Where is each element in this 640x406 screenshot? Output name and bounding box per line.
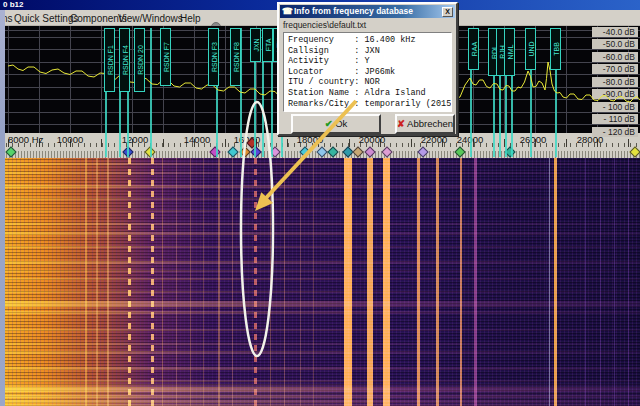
waterfall-noise-band — [0, 261, 640, 264]
station-label-jxn[interactable]: JXN — [250, 28, 261, 62]
waterfall-noise-band — [0, 163, 640, 165]
station-label-text: RSDN 20 — [136, 45, 143, 75]
phone-icon: ☎ — [282, 5, 293, 18]
db-label: - 120 dB — [592, 127, 638, 137]
frequency-info-dialog: ☎ Info from frequency database X frequen… — [277, 2, 458, 136]
window-title: 0 b12 — [3, 0, 23, 9]
menu-item-help[interactable]: Help — [178, 12, 203, 25]
waterfall-noise-band — [0, 210, 640, 212]
waterfall-noise-band — [0, 387, 640, 392]
x-icon: ✘ — [397, 118, 405, 129]
waterfall-noise-band — [0, 380, 640, 382]
waterfall-noise-band — [0, 278, 640, 280]
station-label-text: RSDN F4 — [121, 45, 128, 75]
db-label: -80.0 dB — [592, 77, 638, 87]
station-label-text: RSDN F8 — [232, 42, 239, 72]
station-marker-line[interactable] — [150, 28, 152, 157]
station-label-fta[interactable]: FTA — [262, 28, 273, 62]
waterfall-noise-band — [0, 395, 640, 398]
db-label: - 100 dB — [592, 102, 638, 112]
freq-tick-label: 14000 — [184, 134, 210, 145]
station-label-rsdn-f8[interactable]: RSDN F8 — [230, 28, 241, 86]
close-icon[interactable]: X — [442, 7, 453, 17]
cancel-button[interactable]: ✘ Abbrechen — [395, 114, 455, 134]
station-label-rsdn-f7[interactable]: RSDN F7 — [160, 28, 171, 86]
window-left-border — [0, 10, 5, 406]
waterfall-noise-band — [0, 400, 640, 403]
db-label: -40.0 dB — [592, 27, 638, 37]
waterfall-noise-band — [0, 343, 640, 345]
station-label-text: RAA — [470, 42, 477, 56]
waterfall-noise-band — [0, 232, 640, 235]
menu-item-view-windows[interactable]: View/Windows — [116, 12, 185, 25]
db-label: - 110 dB — [592, 114, 638, 124]
waterfall-noise-band — [0, 301, 640, 307]
frequency-marker-strip[interactable] — [0, 147, 640, 158]
station-label-text: TBB — [552, 42, 559, 56]
station-label-text: JXN — [252, 38, 259, 51]
station-label-rsdn-f1[interactable]: RSDN F1 — [104, 28, 115, 92]
waterfall-noise-band — [0, 172, 640, 174]
station-label-text: NML — [506, 45, 513, 60]
station-label-text: RSDN F3 — [210, 42, 217, 72]
waterfall-noise-band — [0, 185, 640, 188]
waterfall-noise-band — [0, 198, 640, 200]
waterfall-noise-band — [0, 223, 640, 225]
ok-button-label: Ok — [335, 118, 347, 129]
waterfall-noise-band — [0, 311, 640, 314]
station-label-tbb[interactable]: TBB — [550, 28, 561, 70]
ok-button[interactable]: ✔ Ok — [291, 114, 381, 134]
waterfall-noise-band — [0, 367, 640, 370]
dialog-titlebar[interactable]: ☎ Info from frequency database X — [280, 5, 455, 18]
db-label: -50.0 dB — [592, 39, 638, 49]
freq-tick-label: 8000 Hz — [8, 134, 43, 145]
station-label-rsdn-20[interactable]: RSDN 20 — [134, 28, 145, 92]
dialog-title-text: Info from frequency database — [294, 6, 413, 16]
station-label-und[interactable]: UND — [525, 28, 536, 70]
station-info-text: Frequency : 16.400 kHz Callsign : JXN Ac… — [283, 32, 452, 112]
station-label-text: FTA — [264, 39, 271, 52]
cancel-button-label: Abbrechen — [407, 118, 453, 129]
db-label: -90.0 dB — [592, 89, 638, 99]
check-icon: ✔ — [325, 118, 333, 129]
freq-tick-label: 12000 — [122, 134, 148, 145]
station-label-text: UND — [527, 41, 534, 56]
station-label-text: RSDN F7 — [162, 42, 169, 72]
station-label-nml[interactable]: NML — [504, 28, 515, 76]
freq-tick-label: 10000 — [57, 134, 83, 145]
db-label: -70.0 dB — [592, 64, 638, 74]
database-file-label: frequencies\default.txt — [283, 20, 366, 30]
freq-tick-label: 26000 — [520, 134, 546, 145]
waterfall-noise-band — [0, 246, 640, 248]
spectrum-lab-window: 0 b12 nsQuick SettingsComponentsView/Win… — [0, 0, 640, 406]
waterfall-display[interactable] — [0, 158, 640, 406]
db-label: -60.0 dB — [592, 52, 638, 62]
waterfall-noise-band — [0, 291, 640, 293]
station-label-rsdn-f3[interactable]: RSDN F3 — [208, 28, 219, 86]
station-label-raa[interactable]: RAA — [468, 28, 479, 70]
station-label-rsdn-f4[interactable]: RSDN F4 — [119, 28, 130, 92]
waterfall-noise-band — [0, 351, 640, 354]
waterfall-noise-band — [0, 329, 640, 331]
waterfall-noise-band — [0, 270, 640, 272]
station-label-text: RSDN F1 — [106, 45, 113, 75]
